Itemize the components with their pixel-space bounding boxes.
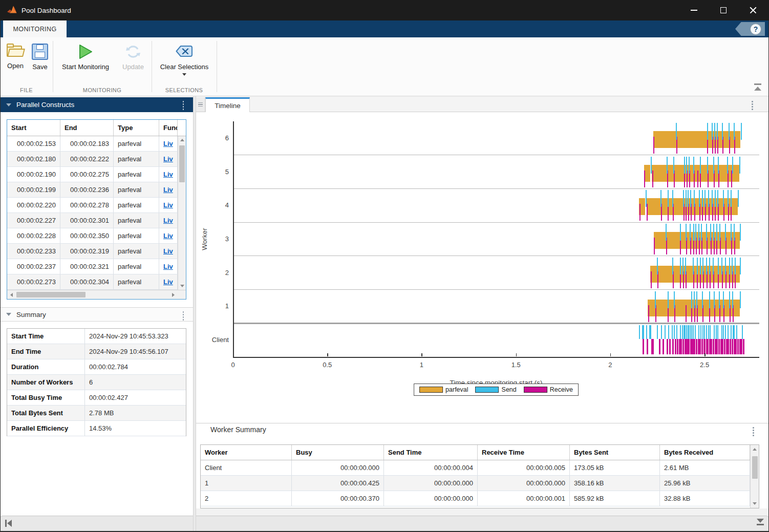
send-tick[interactable] <box>666 224 667 241</box>
send-tick[interactable] <box>665 325 666 339</box>
send-tick[interactable] <box>686 157 687 174</box>
help-button[interactable]: ? <box>735 22 765 36</box>
scrollbar-thumb[interactable] <box>16 292 86 297</box>
receive-tick[interactable] <box>720 339 722 354</box>
send-tick[interactable] <box>694 291 695 308</box>
receive-tick[interactable] <box>726 339 728 354</box>
collapse-panel-up-button[interactable] <box>752 83 764 93</box>
receive-tick[interactable] <box>652 171 653 187</box>
receive-tick[interactable] <box>679 339 680 354</box>
parfeval-bar[interactable] <box>652 165 739 182</box>
function-link[interactable]: Liv <box>163 232 173 240</box>
receive-tick[interactable] <box>680 339 682 354</box>
tab-monitoring[interactable]: MONITORING <box>3 20 67 37</box>
send-tick[interactable] <box>707 157 708 174</box>
send-tick[interactable] <box>721 258 722 274</box>
collapse-left-panel-button[interactable] <box>5 520 12 527</box>
column-header-bytes-sent[interactable]: Bytes Sent <box>570 445 660 460</box>
close-button[interactable] <box>741 0 765 20</box>
send-tick[interactable] <box>740 258 741 274</box>
send-tick[interactable] <box>709 291 710 308</box>
send-tick[interactable] <box>729 258 730 274</box>
send-tick[interactable] <box>740 291 741 308</box>
send-tick[interactable] <box>682 258 683 274</box>
receive-tick[interactable] <box>704 339 706 354</box>
send-tick[interactable] <box>657 325 658 339</box>
column-header-busy[interactable]: Busy <box>292 445 384 460</box>
send-tick[interactable] <box>731 325 732 339</box>
send-tick[interactable] <box>651 157 652 174</box>
receive-tick[interactable] <box>667 339 668 354</box>
send-tick[interactable] <box>701 224 702 241</box>
receive-tick[interactable] <box>688 339 690 354</box>
send-tick[interactable] <box>660 190 661 207</box>
function-link[interactable]: Liv <box>163 201 173 209</box>
send-tick[interactable] <box>718 157 719 174</box>
function-link[interactable]: Liv <box>163 171 173 178</box>
worker-summary-table[interactable]: WorkerBusySend TimeReceive TimeBytes Sen… <box>200 444 759 508</box>
function-link[interactable]: Liv <box>163 247 173 255</box>
send-tick[interactable] <box>706 325 707 339</box>
tab-timeline[interactable]: Timeline <box>205 97 250 112</box>
send-tick[interactable] <box>695 325 696 339</box>
column-header-receive-time[interactable]: Receive Time <box>478 445 570 460</box>
send-tick[interactable] <box>710 224 711 241</box>
worker-summary-menu-icon[interactable] <box>753 427 754 436</box>
receive-tick[interactable] <box>722 339 723 354</box>
table-row[interactable]: 00:00:02.18000:00:02.222parfevalLiv <box>7 152 186 167</box>
send-tick[interactable] <box>686 190 687 207</box>
receive-tick[interactable] <box>669 339 671 354</box>
send-tick[interactable] <box>727 157 728 174</box>
panel-menu-icon[interactable] <box>183 101 184 110</box>
receive-tick[interactable] <box>696 339 697 354</box>
table-row[interactable]: 100:00:00.42500:00:00.00000:00:00.000358… <box>201 476 759 491</box>
receive-tick[interactable] <box>698 339 699 354</box>
receive-tick[interactable] <box>651 271 652 288</box>
send-tick[interactable] <box>714 291 715 308</box>
receive-tick[interactable] <box>647 339 648 354</box>
send-tick[interactable] <box>706 258 707 274</box>
receive-tick[interactable] <box>654 238 655 254</box>
function-link-cell[interactable]: Liv <box>159 259 178 274</box>
send-tick[interactable] <box>694 190 695 207</box>
send-tick[interactable] <box>673 157 674 174</box>
send-tick[interactable] <box>738 190 739 207</box>
send-tick[interactable] <box>695 224 696 241</box>
receive-tick[interactable] <box>707 339 709 354</box>
send-tick[interactable] <box>690 325 691 339</box>
receive-tick[interactable] <box>739 339 741 354</box>
function-link-cell[interactable]: Liv <box>159 136 178 151</box>
triangle-left-icon[interactable] <box>10 293 13 297</box>
receive-tick[interactable] <box>741 339 742 354</box>
receive-tick[interactable] <box>644 171 645 187</box>
receive-tick[interactable] <box>709 339 711 354</box>
column-header-start[interactable]: Start <box>7 120 60 136</box>
function-link-cell[interactable]: Liv <box>159 152 178 166</box>
table-row[interactable]: 200:00:00.37000:00:00.00000:00:00.001585… <box>201 491 759 506</box>
triangle-down-icon[interactable] <box>180 285 184 287</box>
send-tick[interactable] <box>718 258 719 274</box>
column-header-type[interactable]: Type <box>114 120 159 136</box>
timeline-panel-menu-icon[interactable] <box>752 101 753 110</box>
triangle-down-icon[interactable] <box>753 502 757 505</box>
receive-tick[interactable] <box>730 339 731 354</box>
minimize-button[interactable] <box>682 0 706 20</box>
receive-tick[interactable] <box>663 339 664 354</box>
table-row[interactable]: 00:00:02.19000:00:02.275parfevalLiv <box>7 167 186 182</box>
send-tick[interactable] <box>674 291 675 308</box>
table-row[interactable]: 00:00:02.22000:00:02.278parfevalLiv <box>7 198 186 213</box>
send-tick[interactable] <box>725 224 726 241</box>
send-tick[interactable] <box>691 291 692 308</box>
receive-tick[interactable] <box>643 339 644 354</box>
table-vscrollbar[interactable] <box>750 445 759 508</box>
send-tick[interactable] <box>734 123 735 140</box>
parallel-constructs-table[interactable]: StartEndTypeFunction00:00:02.15300:00:02… <box>7 119 186 300</box>
function-link[interactable]: Liv <box>163 140 173 147</box>
send-tick[interactable] <box>683 190 684 207</box>
send-tick[interactable] <box>684 157 685 174</box>
send-tick[interactable] <box>734 224 735 241</box>
parfeval-bar[interactable] <box>653 131 741 148</box>
receive-tick[interactable] <box>728 339 729 354</box>
send-tick[interactable] <box>716 224 717 241</box>
send-tick[interactable] <box>657 258 658 274</box>
